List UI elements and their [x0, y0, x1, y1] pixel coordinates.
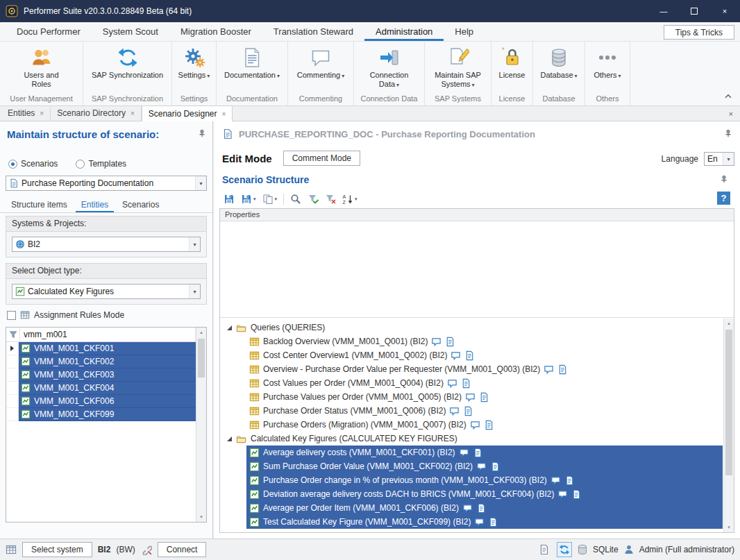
document-icon[interactable] — [445, 337, 455, 347]
filter-input[interactable]: vmm_m001 — [20, 328, 196, 341]
collapse-icon[interactable] — [227, 325, 232, 330]
tree-item-ckf[interactable]: Test Calculated Key Figure (VMM_M001_CKF… — [220, 515, 723, 529]
close-icon[interactable]: × — [729, 110, 733, 118]
grid-icon[interactable] — [6, 544, 17, 555]
tips-tricks-button[interactable]: Tips & Tricks — [664, 25, 734, 40]
save-options-button[interactable]: ▾ — [238, 192, 259, 207]
license-button[interactable]: License — [491, 42, 532, 93]
document-icon[interactable] — [564, 475, 575, 486]
refresh-button[interactable] — [557, 542, 572, 557]
grid-row[interactable]: VMM_M001_CKF001 — [6, 342, 196, 355]
radio-templates[interactable]: Templates — [76, 159, 126, 169]
chevron-down-icon[interactable]: ▾ — [195, 176, 206, 190]
tree-item-query[interactable]: Overview - Purchase Order Value per Requ… — [220, 362, 723, 376]
chevron-down-icon[interactable]: ▾ — [189, 285, 200, 298]
pin-icon[interactable] — [719, 174, 729, 184]
comment-icon[interactable] — [447, 378, 457, 389]
document-icon[interactable] — [464, 350, 475, 361]
database-button[interactable]: Database▾ — [533, 42, 585, 93]
sort-button[interactable]: ▾ — [339, 192, 360, 207]
scroll-down-icon[interactable]: ▼ — [196, 512, 206, 522]
tab-entities[interactable]: Entities× — [1, 105, 51, 121]
grid-row[interactable]: VMM_M001_CKF002 — [6, 355, 196, 368]
tree-item-query[interactable]: Cost Center Overview1 (VMM_M001_Q002) (B… — [220, 348, 723, 362]
close-icon[interactable]: × — [131, 110, 135, 117]
maximize-button[interactable] — [679, 0, 709, 22]
connection-data-button[interactable]: Connection Data▾ — [354, 42, 424, 93]
document-icon[interactable] — [571, 489, 582, 500]
tab-entities-pane[interactable]: Entities — [76, 196, 114, 212]
tree-item-ckf[interactable]: Sum Purchase Order Value (VMM_M001_CKF00… — [220, 459, 723, 473]
tree-group-calculated-key-figures[interactable]: Calculated Key Figures (CALCULATED KEY F… — [220, 432, 723, 446]
grid-row[interactable]: VMM_M001_CKF003 — [6, 368, 196, 382]
grid-scrollbar[interactable]: ▲ ▼ — [196, 328, 206, 522]
comment-icon[interactable] — [544, 364, 554, 375]
object-type-select[interactable]: Calculated Key Figures ▾ — [12, 284, 201, 299]
tree-item-query[interactable]: Purchase Orders (Migration) (VMM_M001_Q0… — [220, 418, 723, 432]
tab-scenarios[interactable]: Scenarios — [117, 196, 165, 212]
scroll-up-icon[interactable]: ▲ — [724, 319, 734, 328]
language-select[interactable]: En ▾ — [704, 152, 734, 166]
comment-icon[interactable] — [470, 420, 480, 430]
tree-item-query[interactable]: Backlog Overview (VMM_M001_Q001) (BI2) — [220, 334, 723, 348]
grid-row[interactable]: VMM_M001_CKF006 — [6, 395, 196, 408]
document-icon[interactable] — [463, 406, 473, 416]
commenting-button[interactable]: Commenting▾ — [288, 42, 353, 93]
scenario-select[interactable]: Purchase Reporting Documentation ▾ — [6, 176, 207, 191]
tab-structure-items[interactable]: Structure items — [6, 196, 73, 212]
close-icon[interactable]: × — [221, 110, 226, 118]
grid-row[interactable]: VMM_M001_CKF004 — [6, 382, 196, 395]
scroll-track[interactable] — [196, 337, 206, 512]
maintain-sap-systems-button[interactable]: Maintain SAP Systems▾ — [425, 42, 491, 93]
help-button[interactable]: ? — [717, 192, 730, 205]
sap-synchronization-button[interactable]: SAP Synchronization — [83, 42, 171, 93]
others-button[interactable]: Others▾ — [585, 42, 630, 93]
connect-button[interactable]: Connect — [158, 542, 207, 557]
filter-icon[interactable] — [6, 328, 20, 341]
tree-group-queries[interactable]: Queries (QUERIES) — [220, 321, 723, 334]
radio-scenarios[interactable]: Scenarios — [8, 159, 58, 169]
system-select[interactable]: BI2 ▾ — [12, 237, 201, 252]
close-button[interactable]: × — [709, 0, 740, 22]
tree-item-ckf[interactable]: Purchase Order change in % of previous m… — [220, 473, 723, 487]
select-system-button[interactable]: Select system — [22, 542, 92, 557]
export-button[interactable] — [537, 542, 552, 557]
chevron-down-icon[interactable]: ▾ — [723, 153, 734, 165]
filter-button[interactable] — [305, 192, 321, 207]
scroll-track[interactable] — [724, 328, 734, 523]
comment-mode-button[interactable]: Comment Mode — [283, 151, 360, 166]
menu-migration-booster[interactable]: Migration Booster — [169, 22, 262, 41]
document-icon[interactable] — [490, 461, 501, 472]
comment-icon[interactable] — [476, 461, 487, 472]
document-icon[interactable] — [461, 378, 471, 389]
comment-icon[interactable] — [462, 503, 473, 514]
comment-icon[interactable] — [474, 517, 485, 527]
document-icon[interactable] — [488, 517, 498, 527]
assignment-rules-checkbox[interactable]: Assignment Rules Mode — [7, 310, 124, 320]
comment-icon[interactable] — [550, 475, 561, 486]
tree-item-query[interactable]: Cost Values per Order (VMM_M001_Q004) (B… — [220, 376, 723, 390]
document-icon[interactable] — [557, 364, 568, 375]
zoom-button[interactable] — [287, 192, 304, 207]
settings-button[interactable]: Settings▾ — [172, 42, 216, 93]
chevron-down-icon[interactable]: ▾ — [189, 237, 200, 251]
comment-icon[interactable] — [451, 350, 461, 361]
scroll-thumb[interactable] — [725, 330, 732, 475]
tree-item-query[interactable]: Purchase Order Status (VMM_M001_Q006) (B… — [220, 404, 723, 418]
clear-filter-button[interactable] — [322, 192, 339, 207]
comment-icon[interactable] — [449, 406, 460, 416]
grid-row[interactable]: VMM_M001_CKF099 — [6, 408, 196, 421]
tree-item-query[interactable]: Purchase Values per Order (VMM_M001_Q005… — [220, 390, 723, 404]
comment-icon[interactable] — [465, 392, 476, 402]
close-icon[interactable]: × — [40, 110, 44, 117]
properties-section[interactable]: Properties — [220, 209, 734, 221]
scroll-down-icon[interactable]: ▼ — [724, 523, 734, 532]
copy-button[interactable]: ▾ — [260, 192, 280, 207]
document-icon[interactable] — [473, 448, 483, 458]
tab-scenario-directory[interactable]: Scenario Directory× — [51, 105, 142, 121]
menu-translation-steward[interactable]: Translation Steward — [262, 22, 364, 41]
menu-system-scout[interactable]: System Scout — [92, 22, 169, 41]
document-icon[interactable] — [476, 503, 487, 514]
tree-item-ckf[interactable]: Average per Order Item (VMM_M001_CKF006)… — [220, 501, 723, 515]
ribbon-collapse-button[interactable] — [722, 91, 734, 102]
